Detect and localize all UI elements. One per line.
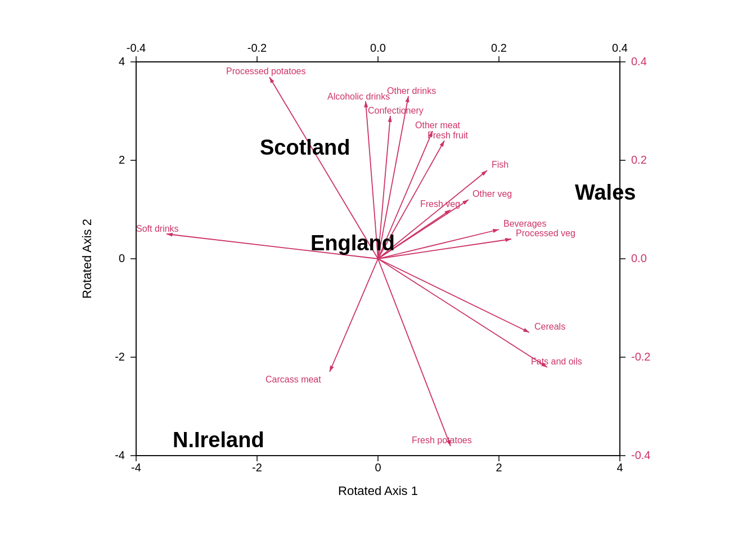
svg-text:-0.4: -0.4 [631,449,650,461]
svg-text:-0.2: -0.2 [248,42,267,54]
label-other-drinks: Other drinks [387,86,436,96]
svg-text:-2: -2 [115,350,125,363]
svg-text:2: 2 [119,154,125,166]
x-axis-bottom: -4 -2 0 2 4 Rotated Axis 1 [131,456,623,498]
label-confectionery: Confectionery [368,106,424,115]
svg-text:0.4: 0.4 [612,42,628,54]
biplot-svg: -4 -2 0 2 4 Rotated Axis 1 4 2 0 -2 -4 R… [69,17,687,523]
label-processed-potatoes: Processed potatoes [226,66,305,76]
label-cereals: Cereals [534,322,565,331]
svg-text:0: 0 [375,461,381,474]
svg-text:4: 4 [616,461,623,474]
svg-text:0.0: 0.0 [370,42,386,54]
svg-text:-0.4: -0.4 [127,42,146,54]
svg-text:2: 2 [496,461,502,474]
label-other-veg: Other veg [472,189,512,199]
y-axis-label: Rotated Axis 2 [80,219,94,299]
svg-text:0.0: 0.0 [631,252,647,264]
label-fresh-fruit: Fresh fruit [428,130,469,140]
x-axis-label: Rotated Axis 1 [338,484,418,498]
label-alcoholic-drinks: Alcoholic drinks [327,92,390,101]
y-axis-left: 4 2 0 -2 -4 Rotated Axis 2 [80,55,136,461]
label-beverages: Beverages [503,219,547,228]
svg-text:0.2: 0.2 [491,42,507,54]
label-carcass-meat: Carcass meat [266,375,321,384]
country-label-wales: Wales [575,181,636,204]
label-fats: Fats and oils [531,357,582,366]
y-axis-right: 0.4 0.2 0.0 -0.2 -0.4 [620,55,650,461]
x-axis-top: -0.4 -0.2 0.0 0.2 0.4 [127,42,628,62]
svg-text:-0.2: -0.2 [631,350,650,363]
label-other-meat: Other meat [415,120,461,130]
country-label-nireland: N.Ireland [173,428,264,452]
svg-text:0.2: 0.2 [631,154,647,166]
svg-text:-4: -4 [115,449,125,461]
label-fresh-veg: Fresh veg [420,199,460,209]
svg-text:4: 4 [119,55,125,68]
label-processed-veg: Processed veg [516,228,575,238]
chart-container: -4 -2 0 2 4 Rotated Axis 1 4 2 0 -2 -4 R… [69,17,687,523]
country-label-scotland: Scotland [260,136,350,159]
label-fish: Fish [492,160,508,169]
svg-text:-4: -4 [131,461,141,474]
svg-text:-2: -2 [252,461,262,474]
svg-text:0: 0 [119,252,125,264]
svg-text:0.4: 0.4 [631,55,647,68]
label-soft-drinks: Soft drinks [136,224,179,233]
label-fresh-potatoes: Fresh potatoes [412,435,472,445]
country-label-england: England [310,231,395,255]
